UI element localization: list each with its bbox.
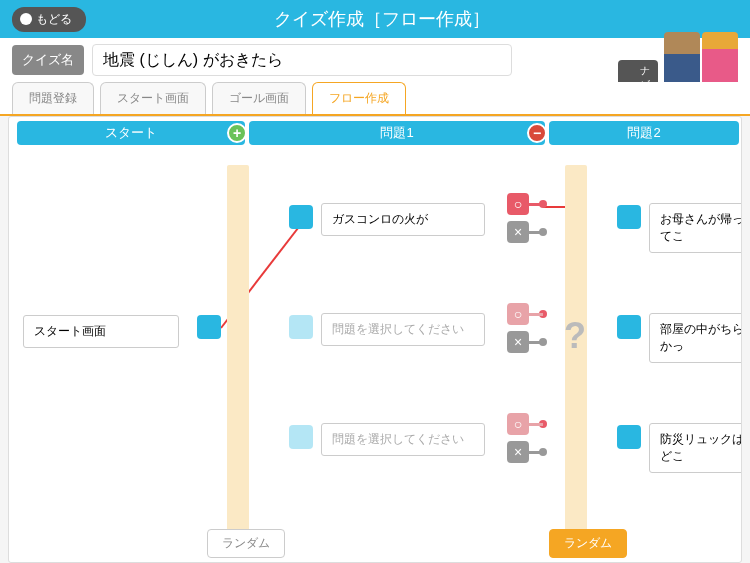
question-placeholder[interactable]: 問題を選択してください	[321, 313, 485, 346]
connector-in[interactable]	[289, 315, 313, 339]
page-title: クイズ作成［フロー作成］	[86, 7, 678, 31]
back-button[interactable]: もどる	[12, 7, 86, 32]
answer-correct-button[interactable]: ○	[507, 303, 529, 325]
connector-in[interactable]	[617, 315, 641, 339]
answer-correct-button[interactable]: ○	[507, 193, 529, 215]
connector-out[interactable]	[197, 315, 221, 339]
question-node[interactable]: お母さんが帰ってこ	[649, 203, 742, 253]
avatar-2[interactable]	[702, 32, 738, 88]
column-header-q1: 問題1 − +	[249, 121, 545, 145]
random-button-1[interactable]: ランダム	[207, 529, 285, 558]
random-bar-1	[227, 165, 249, 542]
flow-body: ランダム ランダム ? スタート画面 ガスコンロの火が ○ × 問題を選択してく…	[9, 145, 741, 560]
columns-header: スタート + 問題1 − + 問題2	[9, 117, 741, 145]
remove-column-button[interactable]: −	[527, 123, 547, 143]
start-node[interactable]: スタート画面	[23, 315, 179, 348]
answer-wrong-button[interactable]: ×	[507, 331, 529, 353]
column-title: 問題2	[627, 124, 660, 142]
column-header-start: スタート +	[17, 121, 245, 145]
top-bar: もどる クイズ作成［フロー作成］	[0, 0, 750, 38]
answer-wrong-button[interactable]: ×	[507, 441, 529, 463]
tabs: 問題登録 スタート画面 ゴール画面 フロー作成	[0, 82, 750, 116]
random-button-2[interactable]: ランダム	[549, 529, 627, 558]
answer-correct-button[interactable]: ○	[507, 413, 529, 435]
avatar-1[interactable]	[664, 32, 700, 88]
connector-in[interactable]	[289, 425, 313, 449]
navigator-area: ナビゲーター変更	[664, 32, 738, 88]
column-title: 問題1	[380, 124, 413, 142]
connector-in[interactable]	[289, 205, 313, 229]
add-column-button[interactable]: +	[227, 123, 247, 143]
quiz-name-input[interactable]	[92, 44, 512, 76]
flow-area: スタート + 問題1 − + 問題2 ランダム ランダム ? スタート画面 ガス…	[8, 116, 742, 563]
tab-flow-create[interactable]: フロー作成	[312, 82, 406, 114]
tab-question-register[interactable]: 問題登録	[12, 82, 94, 114]
question-placeholder[interactable]: 問題を選択してください	[321, 423, 485, 456]
connector-in[interactable]	[617, 425, 641, 449]
answer-wrong-button[interactable]: ×	[507, 221, 529, 243]
question-node[interactable]: 防災リュックはどこ	[649, 423, 742, 473]
connector-in[interactable]	[617, 205, 641, 229]
quiz-name-label: クイズ名	[12, 45, 84, 75]
tab-goal-screen[interactable]: ゴール画面	[212, 82, 306, 114]
tab-start-screen[interactable]: スタート画面	[100, 82, 206, 114]
quiz-name-row: クイズ名 ナビゲーター変更	[0, 38, 750, 82]
question-mark-icon: ?	[564, 315, 586, 357]
column-title: スタート	[105, 124, 157, 142]
column-header-q2: 問題2	[549, 121, 739, 145]
question-node[interactable]: 部屋の中がちらかっ	[649, 313, 742, 363]
avatar-group	[664, 32, 738, 88]
question-node[interactable]: ガスコンロの火が	[321, 203, 485, 236]
